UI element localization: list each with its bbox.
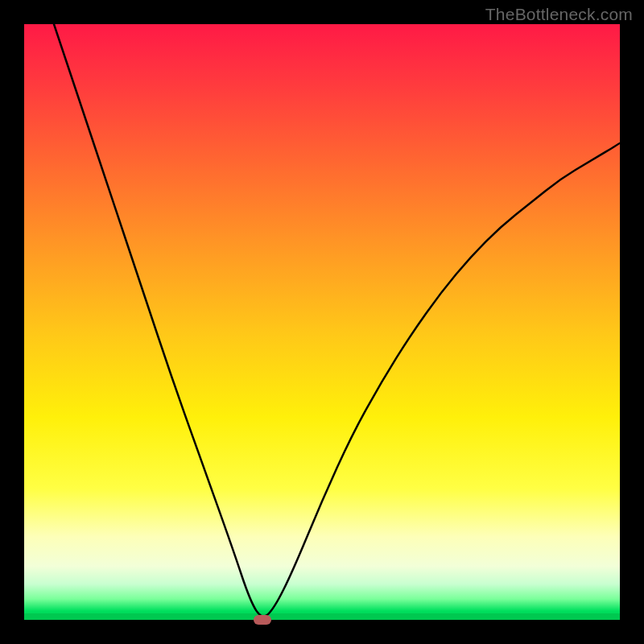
- plot-area: [24, 24, 620, 620]
- bottleneck-curve: [24, 24, 620, 620]
- minimum-marker: [254, 615, 271, 625]
- watermark-text: TheBottleneck.com: [485, 5, 633, 24]
